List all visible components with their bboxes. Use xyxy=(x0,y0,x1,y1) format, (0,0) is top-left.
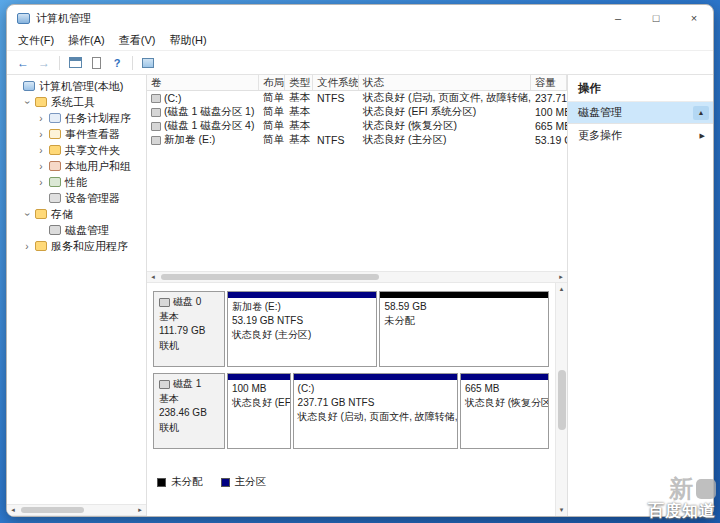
disk-icon xyxy=(159,298,170,307)
partition-efi[interactable]: 100 MB 状态良好 (EFI 系统分区) xyxy=(227,373,291,449)
tree-item-shared-folders[interactable]: › 共享文件夹 xyxy=(7,142,146,158)
volume-filesystem: NTFS xyxy=(313,134,359,146)
disk-pane-vertical-scrollbar[interactable]: ▴ ▾ xyxy=(555,283,567,516)
toolbar-separator xyxy=(59,56,60,70)
column-capacity[interactable]: 容量 xyxy=(531,75,567,90)
baidu-zhidao-logo-icon xyxy=(696,479,716,499)
partition-legend: 未分配 主分区 xyxy=(157,475,551,489)
chevron-right-icon[interactable]: › xyxy=(37,113,45,124)
partition-state: 状态良好 (启动, 页面文件, 故障转储, 基本数据分区) xyxy=(298,410,453,424)
disk0-info[interactable]: 磁盘 0 基本 111.79 GB 联机 xyxy=(153,291,225,367)
disk-management-icon xyxy=(49,225,61,235)
volume-layout: 简单 xyxy=(259,119,285,133)
partition-title: (C:) xyxy=(298,382,453,396)
volume-list-header: 卷 布局 类型 文件系统 状态 容量 xyxy=(147,75,567,91)
scrollbar-thumb[interactable] xyxy=(558,370,566,430)
scroll-right-icon[interactable]: ▸ xyxy=(134,506,146,514)
scrollbar-thumb[interactable] xyxy=(161,274,379,280)
watermark-prefix: 新 xyxy=(669,477,693,501)
menu-view[interactable]: 查看(V) xyxy=(112,31,163,50)
menu-help[interactable]: 帮助(H) xyxy=(162,31,213,50)
menu-action[interactable]: 操作(A) xyxy=(61,31,112,50)
volume-filesystem: NTFS xyxy=(313,92,359,104)
partition-detail: 58.59 GB xyxy=(384,300,544,314)
partition-recovery[interactable]: 665 MB 状态良好 (恢复分区) xyxy=(460,373,549,449)
scroll-left-icon[interactable]: ◂ xyxy=(7,506,19,514)
tree-item-task-scheduler[interactable]: › 任务计划程序 xyxy=(7,110,146,126)
scroll-right-icon[interactable]: ▸ xyxy=(555,273,567,281)
partition-c-drive[interactable]: (C:) 237.71 GB NTFS 状态良好 (启动, 页面文件, 故障转储… xyxy=(293,373,458,449)
console-tree-button[interactable] xyxy=(65,53,85,73)
tree-item-services-applications[interactable]: › 服务和应用程序 xyxy=(7,238,146,254)
help-button[interactable]: ? xyxy=(107,53,127,73)
chevron-right-icon[interactable]: › xyxy=(37,161,45,172)
partition-state: 状态良好 (EFI 系统分区) xyxy=(232,396,286,410)
chevron-right-icon[interactable]: › xyxy=(37,145,45,156)
chevron-down-icon[interactable]: › xyxy=(22,98,33,106)
titlebar[interactable]: 计算机管理 – □ × xyxy=(7,5,713,31)
volume-status: 状态良好 (恢复分区) xyxy=(359,119,531,133)
volume-layout: 简单 xyxy=(259,105,285,119)
tree-item-system-tools[interactable]: › 系统工具 xyxy=(7,94,146,110)
scroll-up-icon[interactable]: ▴ xyxy=(560,285,564,293)
tree-item-disk-management[interactable]: 磁盘管理 xyxy=(7,222,146,238)
partition-new-volume-e[interactable]: 新加卷 (E:) 53.19 GB NTFS 状态良好 (主分区) xyxy=(227,291,377,367)
disk-view-button[interactable] xyxy=(138,53,158,73)
volume-capacity: 665 MB xyxy=(531,120,567,132)
tree-item-event-viewer[interactable]: › 事件查看器 xyxy=(7,126,146,142)
column-volume[interactable]: 卷 xyxy=(147,75,259,90)
minimize-button[interactable]: – xyxy=(599,5,637,31)
column-filesystem[interactable]: 文件系统 xyxy=(313,75,359,90)
watermark-logo-row: 新 xyxy=(648,477,716,501)
partition-unallocated[interactable]: 58.59 GB 未分配 xyxy=(379,291,549,367)
volume-list-horizontal-scrollbar[interactable]: ◂ ▸ xyxy=(147,271,567,283)
scrollbar-thumb[interactable] xyxy=(21,507,84,513)
back-button[interactable]: ← xyxy=(13,53,33,73)
scroll-down-icon[interactable]: ▾ xyxy=(560,506,564,514)
volume-row[interactable]: (磁盘 1 磁盘分区 4) 简单 基本 状态良好 (恢复分区) 665 MB xyxy=(147,119,567,133)
chevron-right-icon[interactable]: › xyxy=(23,241,31,252)
partition-state: 状态良好 (主分区) xyxy=(232,328,372,342)
volume-row[interactable]: 新加卷 (E:) 简单 基本 NTFS 状态良好 (主分区) 53.19 GB xyxy=(147,133,567,147)
tree-item-device-manager[interactable]: 设备管理器 xyxy=(7,190,146,206)
maximize-button[interactable]: □ xyxy=(637,5,675,31)
chevron-down-icon[interactable]: › xyxy=(22,210,33,218)
tree-item-computer-management[interactable]: 计算机管理(本地) xyxy=(7,78,146,94)
volume-icon xyxy=(151,122,161,131)
volume-layout: 简单 xyxy=(259,133,285,147)
tree-item-performance[interactable]: › 性能 xyxy=(7,174,146,190)
partition-detail: 100 MB xyxy=(232,382,286,396)
chevron-right-icon[interactable]: › xyxy=(37,177,45,188)
disk0-partitions: 新加卷 (E:) 53.19 GB NTFS 状态良好 (主分区) 58.59 … xyxy=(227,291,549,367)
tree-item-storage[interactable]: › 存储 xyxy=(7,206,146,222)
forward-button[interactable]: → xyxy=(34,53,54,73)
chevron-right-icon[interactable]: › xyxy=(37,129,45,140)
column-layout[interactable]: 布局 xyxy=(259,75,285,90)
document-icon xyxy=(92,57,101,69)
collapse-arrow-icon[interactable]: ▲ xyxy=(693,106,709,120)
device-manager-icon xyxy=(49,193,61,203)
disk1-info[interactable]: 磁盘 1 基本 238.46 GB 联机 xyxy=(153,373,225,449)
toolbar-separator xyxy=(132,56,133,70)
close-button[interactable]: × xyxy=(675,5,713,31)
legend-label: 未分配 xyxy=(171,475,203,489)
column-status[interactable]: 状态 xyxy=(359,75,531,90)
column-type[interactable]: 类型 xyxy=(285,75,313,90)
scrollbar-track[interactable] xyxy=(159,272,555,282)
disk-status: 联机 xyxy=(159,421,219,436)
actions-title: 操作 xyxy=(568,75,713,102)
volume-type: 基本 xyxy=(285,105,313,119)
action-more-actions[interactable]: 更多操作 ▶ xyxy=(568,124,713,147)
tree-item-label: 设备管理器 xyxy=(65,191,120,206)
scrollbar-track[interactable] xyxy=(19,505,134,515)
volume-list: 卷 布局 类型 文件系统 状态 容量 (C:) 简单 基本 NTFS 状态良好 … xyxy=(147,75,567,271)
scroll-left-icon[interactable]: ◂ xyxy=(147,273,159,281)
volume-row[interactable]: (磁盘 1 磁盘分区 1) 简单 基本 状态良好 (EFI 系统分区) 100 … xyxy=(147,105,567,119)
tree-horizontal-scrollbar[interactable]: ◂ ▸ xyxy=(7,504,146,516)
properties-button[interactable] xyxy=(86,53,106,73)
volume-row[interactable]: (C:) 简单 基本 NTFS 状态良好 (启动, 页面文件, 故障转储, 基本… xyxy=(147,91,567,105)
partition-detail: 665 MB xyxy=(465,382,544,396)
menu-file[interactable]: 文件(F) xyxy=(11,31,61,50)
action-disk-management[interactable]: 磁盘管理 ▲ xyxy=(568,102,713,124)
tree-item-local-users-groups[interactable]: › 本地用户和组 xyxy=(7,158,146,174)
